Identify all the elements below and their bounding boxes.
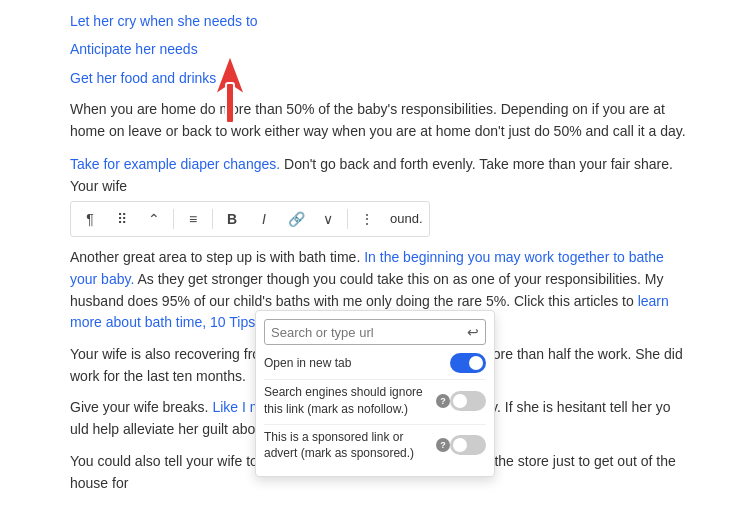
para-home-responsibilities: When you are home do more than 50% of th…	[70, 99, 686, 142]
link-bath-intro[interactable]: In the beginning you may work together t…	[70, 249, 664, 287]
drag-btn[interactable]: ⠿	[109, 206, 135, 232]
link-diaper[interactable]: Take for example diaper changes.	[70, 156, 280, 172]
popup-divider-1	[264, 379, 486, 380]
nofollow-text: Search engines should ignore this link (…	[264, 384, 432, 418]
link-get-food[interactable]: Get her food and drinks	[70, 70, 216, 86]
line-let-her-cry: Let her cry when she needs to	[70, 10, 686, 32]
more-btn[interactable]: ⋮	[354, 206, 380, 232]
url-input[interactable]	[271, 325, 467, 340]
popup-option-sponsored: This is a sponsored link or advert (mark…	[264, 429, 486, 463]
line-anticipate: Anticipate her needs	[70, 38, 686, 60]
nofollow-info-icon[interactable]: ?	[436, 394, 450, 408]
text-toolbar: ¶ ⠿ ⌃ ≡ B I 🔗 ∨ ⋮ ound.	[70, 201, 430, 237]
popup-divider-2	[264, 424, 486, 425]
line-get-food: Get her food and drinks	[70, 67, 686, 89]
popup-option-new-tab: Open in new tab	[264, 353, 486, 373]
align-btn[interactable]: ≡	[180, 206, 206, 232]
chevron-btn[interactable]: ∨	[315, 206, 341, 232]
toolbar-divider-3	[347, 209, 348, 229]
url-submit-btn[interactable]: ↩	[467, 324, 479, 340]
toolbar-divider-2	[212, 209, 213, 229]
toolbar-suffix-text: ound.	[390, 209, 423, 230]
toolbar-divider-1	[173, 209, 174, 229]
nofollow-toggle-slider	[450, 391, 486, 411]
link-anticipate[interactable]: Anticipate her needs	[70, 41, 198, 57]
sponsored-text: This is a sponsored link or advert (mark…	[264, 429, 432, 463]
italic-btn[interactable]: I	[251, 206, 277, 232]
para-diaper-container: Take for example diaper changes. Don't g…	[70, 153, 686, 238]
link-let-her-cry[interactable]: Let her cry when she needs to	[70, 13, 258, 29]
sponsored-toggle-slider	[450, 435, 486, 455]
bold-btn[interactable]: B	[219, 206, 245, 232]
nofollow-toggle[interactable]	[450, 391, 486, 411]
url-popup: ↩ Open in new tab Search engines should …	[255, 310, 495, 477]
sponsored-info-icon[interactable]: ?	[436, 438, 450, 452]
arrows-btn[interactable]: ⌃	[141, 206, 167, 232]
new-tab-label: Open in new tab	[264, 355, 450, 372]
new-tab-toggle[interactable]	[450, 353, 486, 373]
popup-option-nofollow: Search engines should ignore this link (…	[264, 384, 486, 418]
sponsored-toggle[interactable]	[450, 435, 486, 455]
paragraph-btn[interactable]: ¶	[77, 206, 103, 232]
link-btn[interactable]: 🔗	[283, 206, 309, 232]
para1-text: When you are home do more than 50% of th…	[70, 101, 686, 139]
para-diaper-text: Take for example diaper changes. Don't g…	[70, 153, 686, 198]
nofollow-label: Search engines should ignore this link (…	[264, 384, 450, 418]
sponsored-label: This is a sponsored link or advert (mark…	[264, 429, 450, 463]
url-input-row[interactable]: ↩	[264, 319, 486, 345]
new-tab-toggle-slider	[450, 353, 486, 373]
